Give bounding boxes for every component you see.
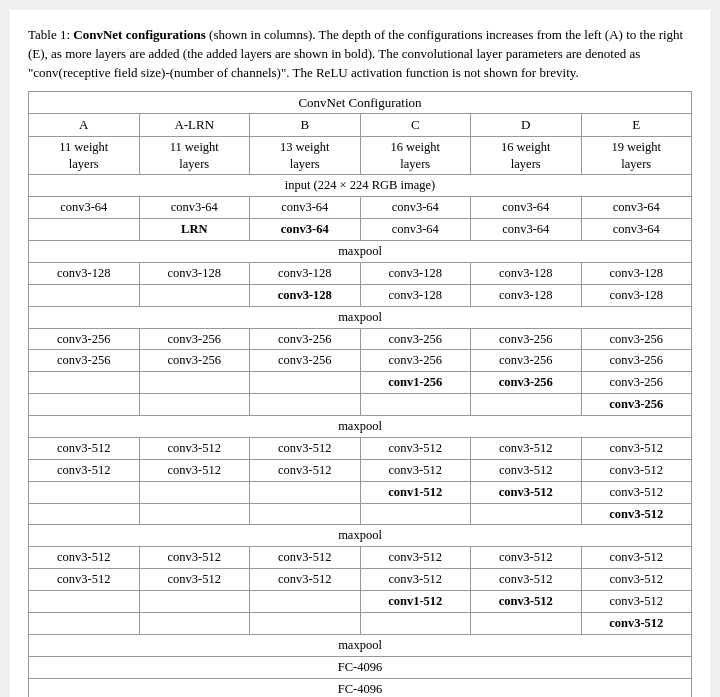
a-conv64-2 xyxy=(29,219,140,241)
fc4096-2-cell: FC-4096 xyxy=(29,678,692,697)
maxpool-row1: maxpool xyxy=(29,241,692,263)
conv256-row1: conv3-256 conv3-256 conv3-256 conv3-256 … xyxy=(29,328,692,350)
d-conv512b-2: conv3-512 xyxy=(471,569,582,591)
table1-title: ConvNet configurations xyxy=(73,27,206,42)
alrn-conv512b-3 xyxy=(139,591,250,613)
input-cell: input (224 × 224 RGB image) xyxy=(29,175,692,197)
alrn-conv256-3 xyxy=(139,372,250,394)
a-conv64-1: conv3-64 xyxy=(29,197,140,219)
b-conv128-2: conv3-128 xyxy=(250,284,361,306)
alrn-conv128-2 xyxy=(139,284,250,306)
fc4096-row1: FC-4096 xyxy=(29,656,692,678)
alrn-conv256-2: conv3-256 xyxy=(139,350,250,372)
d-conv64-2: conv3-64 xyxy=(471,219,582,241)
d-conv128-2: conv3-128 xyxy=(471,284,582,306)
a-conv512a-4 xyxy=(29,503,140,525)
c-conv128-1: conv3-128 xyxy=(360,262,471,284)
conv512a-row2: conv3-512 conv3-512 conv3-512 conv3-512 … xyxy=(29,459,692,481)
c-conv512b-4 xyxy=(360,612,471,634)
fc4096-row2: FC-4096 xyxy=(29,678,692,697)
c-conv256-3: conv1-256 xyxy=(360,372,471,394)
conv64-row1: conv3-64 conv3-64 conv3-64 conv3-64 conv… xyxy=(29,197,692,219)
c-conv512a-1: conv3-512 xyxy=(360,437,471,459)
alrn-conv512b-2: conv3-512 xyxy=(139,569,250,591)
config-header-cell: ConvNet Configuration xyxy=(29,91,692,114)
e-conv512b-1: conv3-512 xyxy=(581,547,692,569)
c-conv512a-4 xyxy=(360,503,471,525)
b-conv512a-2: conv3-512 xyxy=(250,459,361,481)
d-conv256-4 xyxy=(471,394,582,416)
alrn-conv512a-1: conv3-512 xyxy=(139,437,250,459)
a-conv256-3 xyxy=(29,372,140,394)
c-conv512a-3: conv1-512 xyxy=(360,481,471,503)
maxpool-row3: maxpool xyxy=(29,416,692,438)
alrn-conv512b-1: conv3-512 xyxy=(139,547,250,569)
d-conv64-1: conv3-64 xyxy=(471,197,582,219)
e-conv512a-3: conv3-512 xyxy=(581,481,692,503)
c-conv512b-1: conv3-512 xyxy=(360,547,471,569)
a-conv512b-1: conv3-512 xyxy=(29,547,140,569)
conv128-row2: conv3-128 conv3-128 conv3-128 conv3-128 xyxy=(29,284,692,306)
d-conv128-1: conv3-128 xyxy=(471,262,582,284)
input-row: input (224 × 224 RGB image) xyxy=(29,175,692,197)
table1-label: Table 1: xyxy=(28,27,73,42)
fc4096-1-cell: FC-4096 xyxy=(29,656,692,678)
maxpool-row2: maxpool xyxy=(29,306,692,328)
col-labels-row: A A-LRN B C D E xyxy=(29,114,692,137)
alrn-conv512a-2: conv3-512 xyxy=(139,459,250,481)
col-b-label: B xyxy=(250,114,361,137)
e-conv256-2: conv3-256 xyxy=(581,350,692,372)
conv512b-row2: conv3-512 conv3-512 conv3-512 conv3-512 … xyxy=(29,569,692,591)
b-conv512a-1: conv3-512 xyxy=(250,437,361,459)
a-conv128-2 xyxy=(29,284,140,306)
d-conv512b-4 xyxy=(471,612,582,634)
a-conv512a-2: conv3-512 xyxy=(29,459,140,481)
a-conv512b-2: conv3-512 xyxy=(29,569,140,591)
alrn-conv64-2: LRN xyxy=(139,219,250,241)
alrn-conv512b-4 xyxy=(139,612,250,634)
d-conv256-1: conv3-256 xyxy=(471,328,582,350)
b-conv512a-4 xyxy=(250,503,361,525)
e-conv128-2: conv3-128 xyxy=(581,284,692,306)
table1: ConvNet Configuration A A-LRN B C D E 11… xyxy=(28,91,692,697)
weight-layers-row: 11 weightlayers 11 weightlayers 13 weigh… xyxy=(29,136,692,175)
d-conv512a-4 xyxy=(471,503,582,525)
e-conv256-1: conv3-256 xyxy=(581,328,692,350)
e-conv256-3: conv3-256 xyxy=(581,372,692,394)
b-conv256-3 xyxy=(250,372,361,394)
conv64-row2: LRN conv3-64 conv3-64 conv3-64 conv3-64 xyxy=(29,219,692,241)
col-alrn-label: A-LRN xyxy=(139,114,250,137)
e-conv256-4: conv3-256 xyxy=(581,394,692,416)
b-conv256-2: conv3-256 xyxy=(250,350,361,372)
e-conv512b-4: conv3-512 xyxy=(581,612,692,634)
alrn-conv512a-4 xyxy=(139,503,250,525)
wl-e: 19 weightlayers xyxy=(581,136,692,175)
col-d-label: D xyxy=(471,114,582,137)
a-conv512b-3 xyxy=(29,591,140,613)
d-conv512b-3: conv3-512 xyxy=(471,591,582,613)
a-conv256-1: conv3-256 xyxy=(29,328,140,350)
wl-b: 13 weightlayers xyxy=(250,136,361,175)
b-conv256-1: conv3-256 xyxy=(250,328,361,350)
b-conv64-1: conv3-64 xyxy=(250,197,361,219)
page: Table 1: ConvNet configurations (shown i… xyxy=(10,10,710,697)
c-conv256-4 xyxy=(360,394,471,416)
a-conv512a-1: conv3-512 xyxy=(29,437,140,459)
conv512b-row4: conv3-512 xyxy=(29,612,692,634)
d-conv256-3: conv3-256 xyxy=(471,372,582,394)
b-conv512b-4 xyxy=(250,612,361,634)
alrn-conv256-1: conv3-256 xyxy=(139,328,250,350)
alrn-conv64-1: conv3-64 xyxy=(139,197,250,219)
maxpool1: maxpool xyxy=(29,241,692,263)
a-conv512b-4 xyxy=(29,612,140,634)
b-conv64-2: conv3-64 xyxy=(250,219,361,241)
conv128-row1: conv3-128 conv3-128 conv3-128 conv3-128 … xyxy=(29,262,692,284)
conv512b-row3: conv1-512 conv3-512 conv3-512 xyxy=(29,591,692,613)
e-conv512a-2: conv3-512 xyxy=(581,459,692,481)
c-conv512b-2: conv3-512 xyxy=(360,569,471,591)
e-conv64-1: conv3-64 xyxy=(581,197,692,219)
conv512a-row3: conv1-512 conv3-512 conv3-512 xyxy=(29,481,692,503)
a-conv256-2: conv3-256 xyxy=(29,350,140,372)
d-conv512a-2: conv3-512 xyxy=(471,459,582,481)
a-conv512a-3 xyxy=(29,481,140,503)
